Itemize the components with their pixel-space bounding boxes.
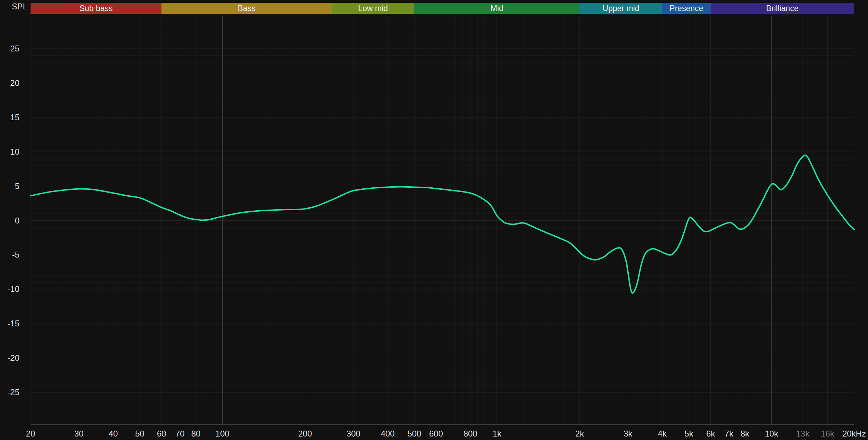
x-tick-label: 10k (765, 430, 778, 438)
x-tick-label: 20 (26, 430, 35, 438)
y-tick-label: -20 (0, 354, 19, 362)
y-tick-label: 20 (0, 79, 19, 87)
y-tick-label: -15 (0, 319, 19, 328)
y-tick-label: -10 (0, 285, 19, 293)
x-tick-label: 1k (493, 430, 501, 438)
x-tick-label: 100 (216, 430, 229, 438)
x-tick-label: 60 (157, 430, 166, 438)
x-tick-label: 500 (407, 430, 421, 438)
x-tick-label: 20kHz (842, 430, 866, 438)
y-tick-label: 0 (0, 217, 19, 225)
x-tick-label: 6k (706, 430, 715, 438)
x-tick-label: 7k (725, 430, 733, 438)
x-tick-label: 5k (684, 430, 693, 438)
x-tick-label: 50 (135, 430, 144, 438)
x-tick-label: 80 (191, 430, 201, 438)
x-tick-label: 300 (347, 430, 360, 438)
frequency-response-chart: SPL Sub bassBassLow midMidUpper midPrese… (0, 0, 868, 440)
plot-area (0, 0, 868, 440)
frequency-response-curve (31, 155, 854, 293)
y-tick-label: 5 (0, 182, 19, 190)
x-tick-label: 4k (658, 430, 667, 438)
y-tick-label: 15 (0, 113, 19, 122)
y-tick-label: -25 (0, 388, 19, 397)
y-tick-label: -5 (0, 251, 19, 259)
x-tick-label: 8k (741, 430, 749, 438)
x-tick-label: 3k (624, 430, 632, 438)
x-tick-label: 400 (381, 430, 395, 438)
y-tick-label: 10 (0, 148, 19, 156)
x-tick-label: 30 (74, 430, 84, 438)
x-tick-label: 2k (575, 430, 584, 438)
x-tick-label: 16k (821, 430, 834, 438)
x-tick-label: 13k (796, 430, 810, 438)
x-tick-label: 70 (175, 430, 185, 438)
y-tick-label: 25 (0, 44, 19, 53)
x-tick-label: 800 (464, 430, 477, 438)
x-tick-label: 600 (429, 430, 443, 438)
x-tick-label: 40 (109, 430, 118, 438)
x-tick-label: 200 (298, 430, 312, 438)
